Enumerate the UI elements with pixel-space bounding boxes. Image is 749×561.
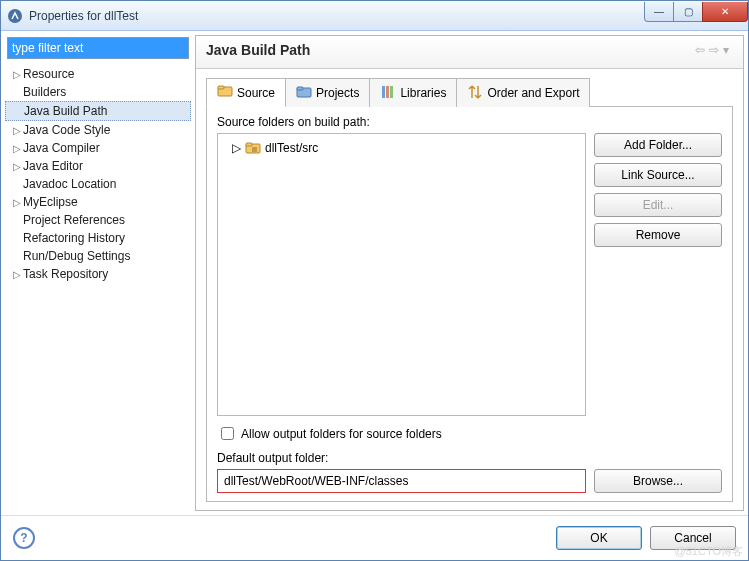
nav-item-javadoc-location[interactable]: Javadoc Location [5, 175, 191, 193]
svg-rect-4 [297, 87, 303, 90]
nav-item-task-repository[interactable]: ▷Task Repository [5, 265, 191, 283]
svg-rect-2 [218, 86, 224, 89]
nav-item-label: Project References [23, 213, 125, 227]
nav-item-label: Run/Debug Settings [23, 249, 130, 263]
forward-icon[interactable]: ⇨ [707, 43, 721, 57]
svg-point-0 [8, 9, 22, 23]
minimize-button[interactable]: — [644, 2, 674, 22]
allow-output-checkbox[interactable] [221, 427, 234, 440]
nav-item-label: Java Build Path [24, 104, 107, 118]
tab-order-and-export[interactable]: Order and Export [456, 78, 590, 107]
svg-rect-9 [246, 143, 252, 146]
allow-output-label: Allow output folders for source folders [241, 427, 442, 441]
nav-item-builders[interactable]: Builders [5, 83, 191, 101]
default-output-input[interactable]: dllTest/WebRoot/WEB-INF/classes [217, 469, 586, 493]
tab-libraries[interactable]: Libraries [369, 78, 457, 107]
nav-item-label: Javadoc Location [23, 177, 116, 191]
browse-button[interactable]: Browse... [594, 469, 722, 493]
nav-item-label: Java Compiler [23, 141, 100, 155]
tab-label: Order and Export [487, 86, 579, 100]
nav-item-refactoring-history[interactable]: Refactoring History [5, 229, 191, 247]
svg-rect-5 [382, 86, 385, 98]
right-panel: Java Build Path ⇦ ⇨ ▾ SourceProjectsLibr… [195, 35, 744, 511]
app-icon [7, 8, 23, 24]
nav-tree[interactable]: ▷ResourceBuildersJava Build Path▷Java Co… [5, 61, 191, 511]
order-and-export-icon [467, 84, 483, 103]
nav-item-run-debug-settings[interactable]: Run/Debug Settings [5, 247, 191, 265]
nav-item-label: Refactoring History [23, 231, 125, 245]
filter-input[interactable]: type filter text [7, 37, 189, 59]
tab-label: Libraries [400, 86, 446, 100]
source-folders-label: Source folders on build path: [217, 115, 722, 129]
titlebar[interactable]: Properties for dllTest — ▢ ✕ [1, 1, 748, 31]
source-entry[interactable]: ▷ dllTest/src [222, 138, 581, 158]
nav-item-label: Builders [23, 85, 66, 99]
ok-button[interactable]: OK [556, 526, 642, 550]
watermark: @51CTO博客 [675, 544, 743, 559]
properties-dialog: Properties for dllTest — ▢ ✕ type filter… [0, 0, 749, 561]
left-panel: type filter text ▷ResourceBuildersJava B… [5, 35, 191, 511]
maximize-button[interactable]: ▢ [673, 2, 703, 22]
remove-button[interactable]: Remove [594, 223, 722, 247]
tabs: SourceProjectsLibrariesOrder and Export [206, 77, 733, 107]
help-icon[interactable]: ? [13, 527, 35, 549]
nav-item-resource[interactable]: ▷Resource [5, 65, 191, 83]
nav-item-project-references[interactable]: Project References [5, 211, 191, 229]
nav-item-java-compiler[interactable]: ▷Java Compiler [5, 139, 191, 157]
chevron-right-icon[interactable]: ▷ [11, 125, 23, 136]
page-heading: Java Build Path [206, 42, 693, 58]
projects-icon [296, 84, 312, 103]
nav-item-java-editor[interactable]: ▷Java Editor [5, 157, 191, 175]
nav-item-label: Task Repository [23, 267, 108, 281]
window-title: Properties for dllTest [29, 9, 645, 23]
menu-icon[interactable]: ▾ [721, 43, 735, 57]
close-button[interactable]: ✕ [702, 2, 748, 22]
nav-item-label: Java Code Style [23, 123, 110, 137]
source-tab-panel: Source folders on build path: ▷ dllTest/… [206, 107, 733, 502]
nav-item-java-build-path[interactable]: Java Build Path [5, 101, 191, 121]
tab-source[interactable]: Source [206, 78, 286, 107]
source-entry-label: dllTest/src [265, 141, 318, 155]
chevron-right-icon[interactable]: ▷ [11, 143, 23, 154]
tab-projects[interactable]: Projects [285, 78, 370, 107]
dialog-footer: ? OK Cancel [1, 515, 748, 560]
package-folder-icon [245, 140, 261, 156]
link-source-button[interactable]: Link Source... [594, 163, 722, 187]
svg-rect-7 [390, 86, 393, 98]
source-icon [217, 83, 233, 102]
default-output-label: Default output folder: [217, 451, 722, 465]
chevron-right-icon[interactable]: ▷ [11, 69, 23, 80]
nav-item-java-code-style[interactable]: ▷Java Code Style [5, 121, 191, 139]
add-folder-button[interactable]: Add Folder... [594, 133, 722, 157]
source-folders-tree[interactable]: ▷ dllTest/src [217, 133, 586, 416]
back-icon[interactable]: ⇦ [693, 43, 707, 57]
nav-item-label: Java Editor [23, 159, 83, 173]
tab-label: Projects [316, 86, 359, 100]
chevron-right-icon[interactable]: ▷ [11, 161, 23, 172]
chevron-right-icon[interactable]: ▷ [11, 269, 23, 280]
nav-item-myeclipse[interactable]: ▷MyEclipse [5, 193, 191, 211]
chevron-right-icon[interactable]: ▷ [232, 141, 241, 155]
svg-rect-10 [252, 147, 257, 152]
tab-label: Source [237, 86, 275, 100]
svg-rect-6 [386, 86, 389, 98]
edit-button: Edit... [594, 193, 722, 217]
nav-item-label: MyEclipse [23, 195, 78, 209]
nav-item-label: Resource [23, 67, 74, 81]
libraries-icon [380, 84, 396, 103]
chevron-right-icon[interactable]: ▷ [11, 197, 23, 208]
